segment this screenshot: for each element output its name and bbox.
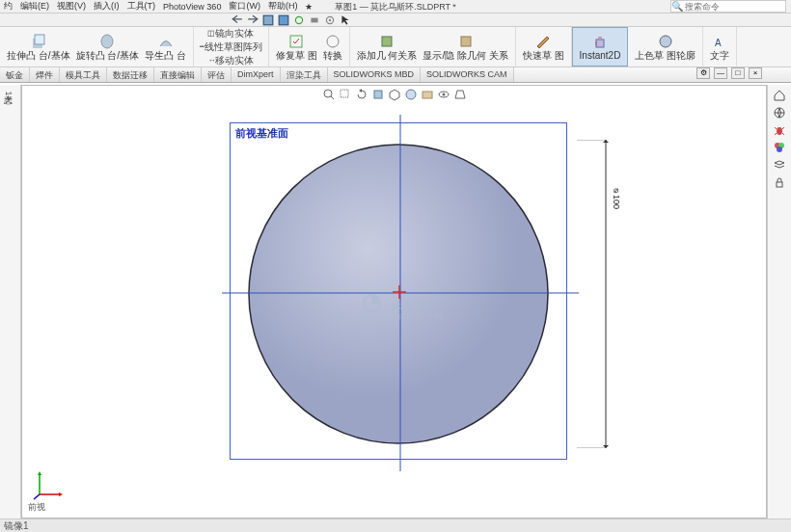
- mirror-small[interactable]: ◫ 镜向实体: [205, 27, 256, 40]
- view-orientation-icon[interactable]: [388, 88, 401, 101]
- print-icon[interactable]: [309, 14, 320, 26]
- graphics-area[interactable]: 前视基准面 ⌀100 ◔ 沐风网 www.mfcad.com 前视: [21, 85, 767, 519]
- feature-tree-strip[interactable]: 大态 1>: [0, 85, 21, 519]
- repair-sketch-button[interactable]: 修复草 图: [273, 32, 320, 62]
- lock-icon[interactable]: [773, 175, 786, 189]
- svg-rect-1: [279, 15, 288, 25]
- tab-datamigration[interactable]: 数据迁移: [107, 67, 154, 82]
- document-title: 草图1 — 莫比乌斯环.SLDPRT *: [335, 1, 456, 13]
- menu-item[interactable]: 编辑(E): [18, 0, 51, 13]
- scene-icon[interactable]: [421, 88, 434, 101]
- refresh-icon[interactable]: [293, 14, 305, 26]
- status-text: 镜像1: [4, 519, 29, 533]
- svg-rect-13: [596, 40, 604, 47]
- svg-point-10: [327, 36, 339, 47]
- svg-point-28: [442, 93, 445, 96]
- ribbon-group-sketch-tools: ◫ 镜向实体 ┅ 线性草图阵列 ↔ 移动实体: [194, 27, 269, 66]
- hide-show-icon[interactable]: [437, 88, 450, 101]
- watermark-url: www.mfcad.com: [343, 311, 445, 321]
- display-style-icon[interactable]: [404, 88, 418, 101]
- menu-item[interactable]: PhotoView 360: [161, 2, 223, 12]
- ribbon-group-instant2d: Instant2D: [572, 27, 629, 66]
- svg-point-25: [406, 90, 416, 99]
- show-relation-button[interactable]: 显示/隐 除几何 关系: [420, 32, 510, 62]
- layers-icon[interactable]: [773, 158, 786, 172]
- dimension-text[interactable]: ⌀100: [612, 185, 621, 209]
- ribbon-group-text: A文字: [703, 27, 737, 66]
- status-bar: 镜像1: [0, 519, 791, 532]
- setting-button[interactable]: ⚙: [696, 67, 710, 79]
- tab-swcam[interactable]: SOLIDWORKS CAM: [421, 67, 514, 82]
- convert-button[interactable]: 转换: [320, 32, 345, 62]
- view-label: 前视: [28, 501, 45, 514]
- view-toolbar: [322, 88, 467, 101]
- tab-moldtools[interactable]: 模具工具: [60, 67, 107, 82]
- move-small[interactable]: ↔ 移动实体: [205, 54, 256, 67]
- redo-icon[interactable]: [247, 14, 259, 26]
- extrude-button[interactable]: 拉伸凸 台/基体: [4, 32, 73, 62]
- menu-item[interactable]: 帮助(H): [266, 0, 300, 13]
- view-triad[interactable]: [30, 466, 65, 500]
- home-icon[interactable]: [773, 89, 786, 102]
- tab-directedit[interactable]: 直接编辑: [154, 67, 202, 82]
- svg-point-2: [295, 16, 302, 23]
- command-tabs: 钣金 焊件 模具工具 数据迁移 直接编辑 评估 DimXpert 渲染工具 SO…: [0, 67, 791, 83]
- linear-pattern-small[interactable]: ┅ 线性草图阵列: [198, 40, 264, 54]
- tab-evaluate[interactable]: 评估: [202, 67, 232, 82]
- sketch-text-button[interactable]: A文字: [707, 32, 732, 62]
- undo-icon[interactable]: [232, 14, 243, 26]
- tab-dimxpert[interactable]: DimXpert: [232, 67, 281, 82]
- svg-point-32: [398, 291, 401, 294]
- bug-icon[interactable]: [773, 123, 786, 137]
- options-icon[interactable]: [324, 14, 336, 26]
- menu-item[interactable]: 视图(V): [55, 0, 88, 13]
- menu-item[interactable]: 约: [2, 0, 14, 13]
- menu-item[interactable]: 窗口(W): [227, 0, 262, 13]
- search-icon: 🔍: [671, 1, 683, 12]
- cursor-icon[interactable]: [340, 14, 351, 26]
- sketch-drawing: 前视基准面 ⌀100: [230, 122, 586, 479]
- instant2d-button[interactable]: Instant2D: [577, 32, 624, 62]
- maximize-button[interactable]: □: [731, 67, 745, 79]
- add-relation-button[interactable]: 添加几 何关系: [354, 32, 421, 62]
- zoom-area-icon[interactable]: [339, 88, 352, 101]
- save-icon[interactable]: [278, 14, 289, 26]
- ribbon-group-quick: 快速草 图: [516, 27, 572, 66]
- shade-sketch-button[interactable]: 上色草 图轮廓: [632, 32, 698, 62]
- tab-swmbd[interactable]: SOLIDWORKS MBD: [328, 67, 422, 82]
- ribbon: 拉伸凸 台/基体 旋转凸 台/基体 导生凸 台 ◫ 镜向实体 ┅ 线性草图阵列 …: [0, 27, 791, 67]
- zoom-fit-icon[interactable]: [322, 88, 336, 101]
- svg-point-8: [101, 35, 113, 48]
- perspective-icon[interactable]: [453, 88, 467, 101]
- svg-rect-0: [263, 15, 273, 25]
- derive-button[interactable]: 导生凸 台: [142, 32, 189, 62]
- svg-rect-3: [311, 17, 317, 22]
- history-tab[interactable]: 大态 1>: [0, 85, 16, 105]
- svg-point-22: [324, 90, 332, 97]
- tab-rendertools[interactable]: 渲染工具: [281, 67, 328, 82]
- diameter-dimension[interactable]: [577, 140, 635, 448]
- tab-weldments[interactable]: 焊件: [30, 67, 60, 82]
- svg-rect-24: [374, 91, 382, 98]
- section-icon[interactable]: [371, 88, 385, 101]
- menu-item[interactable]: 插入(I): [92, 0, 122, 13]
- menu-star-icon[interactable]: ★: [303, 2, 314, 12]
- globe-icon[interactable]: [773, 106, 786, 120]
- search-box[interactable]: 🔍: [670, 0, 786, 13]
- close-button[interactable]: ×: [749, 67, 762, 79]
- svg-point-5: [329, 18, 331, 20]
- ribbon-group-features: 拉伸凸 台/基体 旋转凸 台/基体 导生凸 台: [0, 27, 194, 66]
- ribbon-group-shade: 上色草 图轮廓: [628, 27, 703, 66]
- rotate-icon[interactable]: [355, 88, 368, 101]
- menu-item[interactable]: 工具(T): [125, 0, 158, 13]
- tab-sheetmetal[interactable]: 钣金: [0, 67, 30, 82]
- svg-rect-12: [461, 37, 471, 46]
- component-icon[interactable]: [262, 14, 274, 26]
- svg-point-14: [660, 36, 671, 47]
- minimize-button[interactable]: —: [714, 67, 727, 79]
- search-input[interactable]: [683, 2, 785, 12]
- quick-sketch-button[interactable]: 快速草 图: [520, 32, 567, 62]
- revolve-button[interactable]: 旋转凸 台/基体: [73, 32, 143, 62]
- ribbon-group-repair: 修复草 图 转换: [269, 27, 350, 66]
- palette-icon[interactable]: [773, 141, 786, 154]
